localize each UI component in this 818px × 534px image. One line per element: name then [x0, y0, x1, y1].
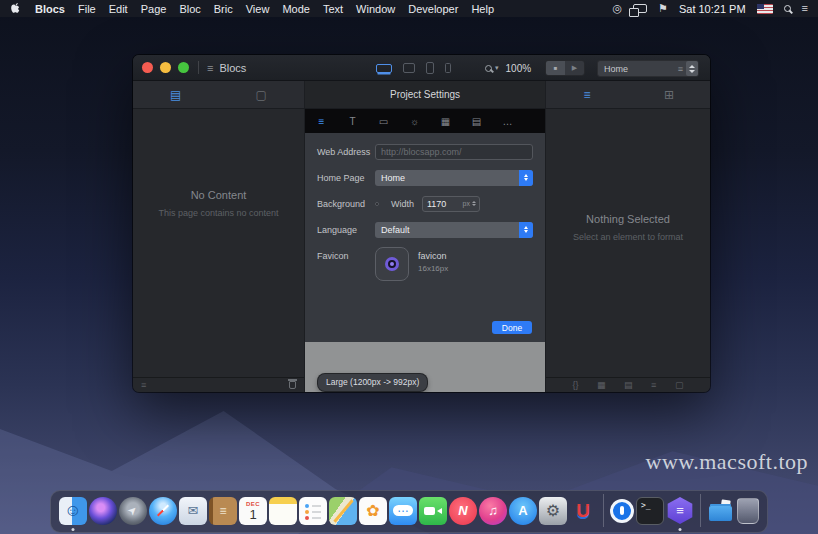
close-window-button[interactable] [142, 62, 153, 73]
list-icon[interactable]: ≡ [651, 380, 656, 390]
favicon-well[interactable] [375, 247, 409, 281]
tab-assets-icon[interactable]: ▦ [439, 116, 452, 127]
menu-edit[interactable]: Edit [109, 3, 128, 15]
pennant-icon[interactable]: ⚑ [658, 3, 668, 14]
stop-preview-button[interactable]: ■ [546, 61, 565, 75]
tab-buttons-icon[interactable]: ▭ [377, 116, 390, 127]
menu-bloc[interactable]: Bloc [179, 3, 200, 15]
page-canvas[interactable]: Large (1200px -> 992px) [305, 342, 545, 392]
code-icon[interactable]: {} [573, 380, 579, 390]
zoom-level: 100% [506, 63, 532, 74]
minimize-window-button[interactable] [160, 62, 171, 73]
dock-icon-reminders[interactable] [299, 497, 327, 525]
notification-center-icon[interactable]: ≡ [802, 3, 808, 14]
spotlight-search-icon[interactable] [784, 5, 791, 12]
settings-tab-bar: ≡ T ▭ ☼ ▦ ▤ … [305, 109, 545, 133]
right-panel-header: ≡ ⊞ [545, 81, 710, 108]
menu-mode[interactable]: Mode [282, 3, 310, 15]
dock-icon-notes[interactable] [269, 497, 297, 525]
language-dropdown[interactable]: Default [375, 222, 533, 238]
zoom-control[interactable]: ▾ 100% [485, 55, 531, 81]
pages-icon[interactable]: ▤ [624, 380, 633, 390]
dock-icon-mail[interactable]: ✉ [179, 497, 207, 525]
menu-page[interactable]: Page [141, 3, 167, 15]
layer-tree-tab[interactable]: ▤ [133, 81, 219, 108]
trash-icon[interactable] [289, 381, 296, 389]
play-preview-button[interactable]: ▶ [565, 61, 584, 75]
menu-help[interactable]: Help [471, 3, 494, 15]
add-bric-tab[interactable]: ⊞ [628, 81, 710, 108]
facetime-app-icon [419, 497, 447, 525]
dock-icon-appstore[interactable]: A [509, 497, 537, 525]
dock-icon-photos[interactable]: ✿ [359, 497, 387, 525]
done-button[interactable]: Done [492, 321, 532, 334]
menu-window[interactable]: Window [356, 3, 395, 15]
dock-icon-blocs[interactable]: ≡ [666, 497, 694, 525]
page-selector-dropdown[interactable]: Home ≡ [597, 60, 699, 77]
grid-icon[interactable]: ▦ [597, 380, 606, 390]
empty-state-title: Nothing Selected [546, 213, 710, 225]
tab-typography-icon[interactable]: T [346, 116, 359, 127]
dock-icon-calendar[interactable]: DEC1 [239, 497, 267, 525]
menu-clock[interactable]: Sat 10:21 PM [679, 3, 746, 15]
dock-icon-downloads[interactable] [707, 497, 735, 525]
window-title: Blocs [219, 62, 246, 74]
width-stepper[interactable] [472, 201, 476, 206]
dock-icon-magnet[interactable]: U [569, 497, 597, 525]
home-page-dropdown[interactable]: Home [375, 170, 533, 186]
dock-icon-trash[interactable] [737, 498, 759, 524]
dock-icon-terminal[interactable]: >_ [636, 497, 664, 525]
dock-icon-siri[interactable] [89, 497, 117, 525]
breakpoint-desktop-icon[interactable] [376, 64, 392, 73]
dock-icon-launchpad[interactable]: ➤ [119, 497, 147, 525]
hamburger-icon[interactable]: ≡ [141, 380, 146, 390]
doc-icon[interactable]: ▢ [675, 380, 684, 390]
safari-app-icon [149, 497, 177, 525]
format-tab[interactable]: ≡ [546, 81, 628, 108]
menu-text[interactable]: Text [323, 3, 343, 15]
input-language-flag-icon[interactable] [757, 4, 773, 14]
dock-icon-contacts[interactable]: ≡ [209, 497, 237, 525]
siri-app-icon [89, 497, 117, 525]
status-circle-icon[interactable]: ◎ [612, 3, 622, 14]
dock-icon-facetime[interactable] [419, 497, 447, 525]
fullscreen-window-button[interactable] [178, 62, 189, 73]
menu-view[interactable]: View [246, 3, 270, 15]
dock-icon-messages[interactable]: … [389, 497, 417, 525]
home-page-value: Home [375, 173, 519, 183]
stepper-down-icon [689, 70, 695, 73]
tab-general-icon[interactable]: ≡ [315, 116, 328, 127]
apple-menu[interactable] [10, 2, 21, 15]
breakpoint-tablet-icon[interactable] [426, 62, 434, 74]
width-field[interactable]: 1170 px [422, 196, 480, 212]
dock-icon-finder[interactable]: ☺ [59, 497, 87, 525]
breakpoint-phone-icon[interactable] [445, 63, 451, 73]
menu-blocs[interactable]: Blocs [35, 3, 65, 15]
menu-file[interactable]: File [78, 3, 96, 15]
layer-tree-empty-state: No Content This page contains no content [133, 109, 304, 377]
page-selector-stepper[interactable] [686, 61, 698, 76]
dock-icon-news[interactable]: N [449, 497, 477, 525]
page-tree-tab[interactable]: ▢ [219, 81, 305, 108]
displays-icon[interactable] [633, 4, 647, 13]
left-panel-header: ▤ ▢ [133, 81, 305, 108]
dock-icon-maps[interactable] [329, 497, 357, 525]
web-address-input[interactable] [375, 144, 533, 160]
menu-bric[interactable]: Bric [214, 3, 233, 15]
window-titlebar[interactable]: ≡ Blocs ▾ 100% ■ ▶ Home ≡ [133, 55, 710, 81]
menu-developer[interactable]: Developer [408, 3, 458, 15]
dock-icon-safari[interactable] [149, 497, 177, 525]
tab-misc-icon[interactable]: ☼ [408, 116, 421, 127]
breakpoint-monitor-icon[interactable] [403, 63, 415, 73]
dock-icon-1password[interactable] [610, 499, 634, 523]
dock-icon-sysprefs[interactable]: ⚙ [539, 497, 567, 525]
sidebar-toggle-icon[interactable]: ≡ [207, 62, 213, 74]
titlebar-divider [198, 61, 199, 74]
menu-bar: Blocs File Edit Page Bloc Bric View Mode… [0, 0, 818, 17]
background-color-well[interactable] [375, 202, 379, 206]
dock-icon-itunes[interactable]: ♫ [479, 497, 507, 525]
left-panel-footer: ≡ [133, 377, 304, 392]
tab-more-icon[interactable]: … [501, 116, 514, 127]
maps-app-icon [329, 497, 357, 525]
tab-pages-icon[interactable]: ▤ [470, 116, 483, 127]
